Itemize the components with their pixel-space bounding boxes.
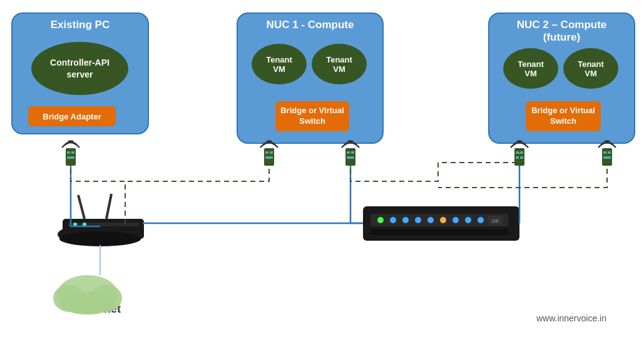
dline-pc-wifi-router: [71, 151, 125, 224]
controller-api-label: Controller-APIserver: [50, 57, 110, 79]
nuc2-vm1-label: TenantVM: [518, 59, 544, 78]
svg-point-4: [606, 149, 609, 152]
svg-line-17: [78, 195, 84, 219]
svg-rect-12: [516, 156, 523, 159]
dline-nuc1-left-router: [125, 151, 269, 181]
svg-rect-6: [67, 156, 74, 159]
nuc1-box: NUC 1 - Compute TenantVM TenantVM Bridge…: [237, 13, 384, 144]
line-nuc1-to-switch: [350, 166, 363, 223]
wifi-existing-pc: [62, 141, 79, 152]
nic-nuc1-left: [264, 148, 274, 166]
svg-point-33: [478, 217, 484, 223]
nuc2-switch-button: Bridge or VirtualSwitch: [526, 101, 601, 131]
bridge-adapter-button: Bridge Adapter: [28, 106, 116, 126]
existing-pc-box: Existing PC Controller-APIserver Bridge …: [11, 13, 149, 134]
svg-point-0: [69, 149, 73, 152]
existing-pc-title: Existing PC: [13, 14, 148, 34]
svg-rect-34: [488, 216, 502, 224]
svg-point-2: [349, 149, 352, 152]
svg-rect-13: [603, 151, 611, 154]
nuc2-box: NUC 2 – Compute(future) TenantVM TenantV…: [488, 13, 635, 144]
svg-rect-14: [603, 156, 611, 159]
line-pc-to-router: [71, 166, 100, 226]
svg-text:100: 100: [491, 219, 499, 223]
dline-nuc2-right: [438, 151, 607, 188]
nuc1-vm1-ellipse: TenantVM: [252, 44, 307, 84]
nuc1-vm2-label: TenantVM: [326, 55, 352, 74]
svg-point-21: [83, 223, 86, 226]
diagram-container: Existing PC Controller-APIserver Bridge …: [0, 0, 644, 342]
svg-point-1: [268, 149, 271, 152]
watermark: www.innervoice.in: [536, 313, 606, 323]
svg-point-32: [465, 217, 471, 223]
nuc2-vm2-label: TenantVM: [578, 59, 604, 78]
svg-point-3: [518, 149, 521, 152]
nuc1-title: NUC 1 - Compute: [238, 14, 382, 34]
nic-existing-pc: [66, 148, 76, 166]
nic-nuc2-right: [602, 148, 612, 166]
network-switch: 100: [363, 206, 519, 241]
svg-rect-8: [265, 156, 273, 159]
nuc2-vm2-ellipse: TenantVM: [563, 48, 618, 89]
svg-rect-24: [371, 214, 508, 226]
svg-rect-5: [67, 151, 74, 154]
nuc2-vm1-ellipse: TenantVM: [503, 48, 558, 89]
svg-rect-11: [516, 151, 523, 154]
dline-nuc1-right: [350, 151, 519, 181]
nuc1-vm1-label: TenantVM: [266, 55, 292, 74]
svg-rect-9: [347, 151, 354, 154]
nuc2-title: NUC 2 – Compute(future): [489, 14, 634, 46]
svg-point-20: [73, 223, 77, 226]
svg-rect-23: [363, 206, 519, 241]
svg-rect-19: [68, 223, 139, 226]
router: [58, 194, 144, 246]
svg-rect-16: [63, 219, 144, 239]
bridge-adapter-label: Bridge Adapter: [43, 112, 101, 121]
nic-nuc2-left: [514, 148, 524, 166]
svg-point-28: [415, 217, 421, 223]
internet-label: Internet: [72, 303, 128, 316]
svg-line-18: [106, 194, 111, 219]
nuc2-switch-label: Bridge or VirtualSwitch: [531, 106, 595, 127]
svg-rect-10: [347, 156, 354, 159]
svg-point-15: [58, 223, 143, 246]
svg-point-30: [440, 217, 446, 223]
controller-api-ellipse: Controller-APIserver: [31, 42, 128, 95]
svg-point-22: [59, 231, 141, 246]
svg-point-25: [377, 217, 384, 223]
svg-point-29: [427, 217, 434, 223]
svg-point-27: [402, 217, 409, 223]
svg-point-31: [452, 217, 459, 223]
svg-rect-7: [265, 151, 273, 154]
nuc1-vm2-ellipse: TenantVM: [312, 44, 367, 84]
nic-nuc1-right: [345, 148, 355, 166]
nuc1-switch-button: Bridge or Virtual Switch: [275, 101, 349, 131]
nuc1-switch-label: Bridge or Virtual Switch: [280, 106, 344, 127]
svg-rect-36: [371, 229, 508, 235]
svg-point-26: [390, 217, 396, 223]
